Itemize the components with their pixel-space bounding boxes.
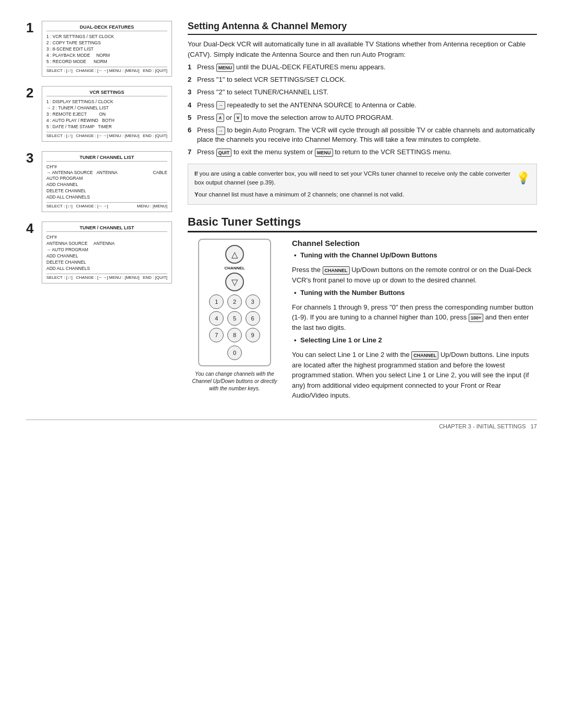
tch4-ch: CH"# [46, 234, 167, 240]
num-btn-5: 5 [227, 311, 242, 326]
vcr-item-2: 2 : TUNER / CHANNEL LIST [46, 105, 167, 111]
antenna-step-text-4: Press → repeatedly to set the ANTENNA SO… [197, 101, 537, 110]
tip-text-2: Your channel list must have a minimum of… [194, 190, 530, 199]
num-btn-9: 9 [246, 328, 260, 342]
forward-btn-6: → [216, 127, 225, 135]
tuner-channel-menu-title-3: TUNER / CHANNEL LIST [46, 155, 167, 162]
forward-btn-4: → [216, 101, 225, 109]
num-btn-2: 2 [227, 294, 242, 309]
page-footer: CHAPTER 3 - INITIAL SETTINGS 17 [26, 419, 537, 429]
tuner-channel-menu-box-4: TUNER / CHANNEL LIST CH"# ANTENNA SOURCE… [42, 221, 172, 283]
number-bullet-list: Tuning with the Number Buttons [292, 288, 537, 298]
bullet-item-2: Tuning with the Number Buttons [292, 288, 537, 298]
channel-selection-title: Channel Selection [292, 239, 537, 248]
channel-diagram-caption: You can change channels with the Channel… [188, 371, 282, 392]
antenna-step-1: 1 Press MENU until the DUAL-DECK FEATURE… [188, 63, 537, 72]
antenna-step-num-5: 5 [188, 113, 197, 122]
channel-down-button: ▽ [225, 273, 244, 291]
tip-box: 💡 If you are using a cable converter box… [188, 164, 537, 205]
antenna-step-num-6: 6 [188, 126, 197, 144]
menu-item-4: 4 : PLAYBACK MODE NORM [46, 52, 167, 58]
100plus-btn-inline: 100+ [469, 314, 483, 322]
antenna-step-text-7: Press QUIT to exit the menu system or ME… [197, 147, 537, 157]
tip-text-1: If you are using a cable converter box, … [194, 169, 530, 188]
antenna-step-6: 6 Press → to begin Auto Program. The VCR… [188, 126, 537, 144]
menu-item-3: 3 : 8-SCENE EDIT LIST [46, 46, 167, 52]
quit-btn-7: QUIT [216, 149, 232, 157]
vcr-settings-menu-footer: SELECT : [↓↑] CHANGE : [←→] MENU : [MENU… [46, 132, 167, 138]
step-4-row: 4 TUNER / CHANNEL LIST CH"# ANTENNA SOUR… [26, 221, 172, 289]
vcr-item-3: 3 : REMOTE EJECT ON [46, 111, 167, 117]
number-grid: 1 2 3 4 5 6 7 8 9 [209, 294, 261, 342]
tch4-add-ch: ADD CHANNEL [46, 253, 167, 259]
tch4-add-all: ADD ALL CHANNELS [46, 265, 167, 272]
step-2-diagram: VCR SETTINGS 1 : DISPLAY SETTINGS / CLOC… [42, 86, 172, 147]
antenna-step-4: 4 Press → repeatedly to set the ANTENNA … [188, 101, 537, 110]
line-bullet-list: Selecting Line 1 or Line 2 [292, 336, 537, 346]
channel-diagram-area: △ CHANNEL ▽ 1 2 3 4 5 6 7 8 9 [188, 239, 282, 404]
menu-item-1: 1 : VCR SETTINGS / SET CLOCK [46, 33, 167, 40]
num-btn-4: 4 [209, 311, 224, 326]
step-number-2: 2 [26, 86, 39, 100]
channel-diagram: △ CHANNEL ▽ 1 2 3 4 5 6 7 8 9 [198, 239, 271, 366]
num-btn-1: 1 [209, 294, 224, 309]
antenna-section-title: Setting Antenna & Channel Memory [188, 21, 537, 35]
tch-cable: CABLE [153, 170, 167, 175]
antenna-step-3: 3 Press "2" to select TUNER/CHANNEL LIST… [188, 88, 537, 97]
dual-deck-menu-box: DUAL-DECK FEATURES 1 : VCR SETTINGS / SE… [42, 21, 172, 77]
antenna-step-7: 7 Press QUIT to exit the menu system or … [188, 147, 537, 157]
tch4-antenna: ANTENNA SOURCE ANTENNA [46, 240, 167, 246]
tch-auto-prog: AUTO PROGRAM [46, 175, 167, 181]
dual-deck-menu-title: DUAL-DECK FEATURES [46, 24, 167, 31]
tuner-channel-menu-footer-4: SELECT : [↓↑] CHANGE : [←→] MENU : [MENU… [46, 274, 167, 280]
num-btn-8: 8 [227, 328, 242, 342]
antenna-step-num-4: 4 [188, 101, 197, 110]
channel-up-button: △ [225, 245, 244, 264]
num-btn-0: 0 [227, 346, 242, 360]
step-number-4: 4 [26, 221, 39, 235]
channel-btn-inline: CHANNEL [323, 266, 350, 275]
tch-item-ch: CH"# [46, 164, 167, 170]
menu-item-5: 5 : RECORD MODE NORM [46, 58, 167, 65]
channel-btn-inline-2: CHANNEL [411, 351, 438, 360]
antenna-step-text-2: Press "1" to select VCR SETTINGS/SET CLO… [197, 75, 537, 84]
tch4-del-ch: DELETE CHANNEL [46, 259, 167, 265]
step-number-1: 1 [26, 21, 39, 34]
num-btn-6: 6 [246, 311, 260, 326]
antenna-step-num-3: 3 [188, 88, 197, 97]
tuner-channel-menu-title-4: TUNER / CHANNEL LIST [46, 225, 167, 232]
menu-btn-7: MENU [315, 149, 333, 157]
num-btn-7: 7 [209, 328, 224, 342]
tch-antenna-source: → ANTENNA SOURCE ANTENNA [46, 170, 118, 175]
num-btn-3: 3 [246, 294, 260, 309]
vcr-settings-menu-title: VCR SETTINGS [46, 90, 167, 96]
tch-del-ch: DELETE CHANNEL [46, 188, 167, 194]
step-3-diagram: TUNER / CHANNEL LIST CH"# → ANTENNA SOUR… [42, 151, 172, 217]
vcr-item-4: 4 : AUTO PLAY / REWIND BOTH [46, 117, 167, 124]
tuner-channel-menu-box-3: TUNER / CHANNEL LIST CH"# → ANTENNA SOUR… [42, 151, 172, 212]
right-column: Setting Antenna & Channel Memory Your Du… [188, 21, 537, 404]
basic-tuner-title: Basic Tuner Settings [188, 215, 537, 232]
tch-add-all: ADD ALL CHANNELS [46, 194, 167, 200]
bullet-item-1: Tuning with the Channel Up/Down Buttons [292, 251, 537, 261]
up-btn-5: ∧ [216, 114, 224, 122]
tch4-auto-prog: AUTO PROGRAM [46, 246, 167, 253]
vcr-settings-menu-box: VCR SETTINGS 1 : DISPLAY SETTINGS / CLOC… [42, 86, 172, 142]
page-number: 17 [531, 423, 537, 429]
channel-bullet-list: Tuning with the Channel Up/Down Buttons [292, 251, 537, 261]
bottom-layout: △ CHANNEL ▽ 1 2 3 4 5 6 7 8 9 [188, 239, 537, 404]
channel-label: CHANNEL [204, 266, 265, 270]
antenna-step-text-1: Press MENU until the DUAL-DECK FEATURES … [197, 63, 537, 72]
bullet-item-3: Selecting Line 1 or Line 2 [292, 336, 537, 346]
step-2-row: 2 VCR SETTINGS 1 : DISPLAY SETTINGS / CL… [26, 86, 172, 147]
antenna-section: Setting Antenna & Channel Memory Your Du… [188, 21, 537, 205]
step-4-diagram: TUNER / CHANNEL LIST CH"# ANTENNA SOURCE… [42, 221, 172, 289]
basic-tuner-section: Basic Tuner Settings △ CHANNEL ▽ 1 2 3 4… [188, 215, 537, 404]
menu-item-2: 2 : COPY TAPE SETTINGS [46, 40, 167, 46]
top-section: 1 DUAL-DECK FEATURES 1 : VCR SETTINGS / … [26, 21, 537, 404]
antenna-step-2: 2 Press "1" to select VCR SETTINGS/SET C… [188, 75, 537, 84]
antenna-step-num-7: 7 [188, 147, 197, 157]
step-1-diagram: DUAL-DECK FEATURES 1 : VCR SETTINGS / SE… [42, 21, 172, 82]
lightbulb-icon: 💡 [516, 169, 530, 187]
antenna-step-num-2: 2 [188, 75, 197, 84]
